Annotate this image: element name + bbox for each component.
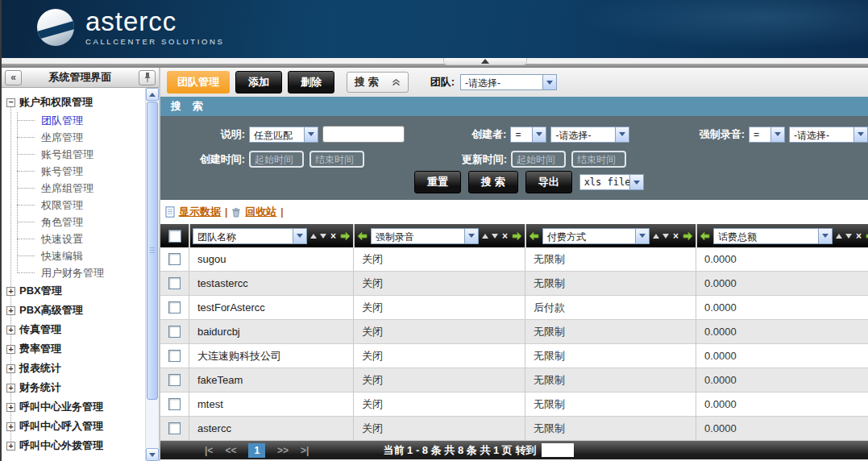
update-end-time-input[interactable] [571,151,626,168]
add-button[interactable]: 添加 [235,71,282,93]
goto-page-input[interactable] [542,443,574,457]
sidebar-item-agent-group-management[interactable]: 坐席组管理 [6,180,145,197]
move-column-right-icon[interactable] [340,231,351,241]
tree-expand-icon[interactable]: + [6,364,15,373]
scrollbar-thumb[interactable] [147,102,158,400]
tree-expand-icon[interactable]: + [6,403,15,412]
sidebar-group-finance-stats[interactable]: + 财务统计 [6,378,145,397]
sort-desc-icon[interactable] [492,234,498,239]
tree-expand-icon[interactable]: + [6,287,15,296]
sort-asc-icon[interactable] [482,234,488,239]
row-checkbox[interactable] [168,326,181,338]
recycle-bin-link[interactable]: 回收站 [245,205,276,219]
create-start-time-input[interactable] [249,151,304,168]
tree-collapse-icon[interactable]: − [6,98,15,107]
force-record-select[interactable]: -请选择- [789,127,868,143]
create-end-time-input[interactable] [309,151,364,168]
creator-operator-select[interactable]: = [510,127,546,143]
scrollbar-up-button[interactable] [146,88,159,101]
creator-select[interactable]: -请选择- [550,127,629,143]
team-filter-select[interactable]: -请选择- [460,74,557,90]
desc-input[interactable] [322,126,405,143]
move-column-right-icon[interactable] [683,231,693,241]
current-page-badge[interactable]: 1 [248,443,265,458]
sidebar-item-quick-setup[interactable]: 快速设置 [6,230,145,247]
sidebar-group-pbx-advanced[interactable]: + PBX高级管理 [6,301,145,320]
delete-button[interactable]: 删除 [288,71,334,93]
sidebar-group-report-stats[interactable]: + 报表统计 [6,359,145,378]
first-page-button[interactable]: |< [205,445,213,456]
module-tab-team-management[interactable]: 团队管理 [167,71,230,93]
sidebar-item-user-finance-management[interactable]: 用户财务管理 [6,264,145,281]
sort-desc-icon[interactable] [320,234,326,239]
scroll-down-icon [149,453,156,457]
row-checkbox[interactable] [168,422,181,434]
tree-expand-icon[interactable]: + [6,306,15,315]
remove-column-icon[interactable]: × [330,231,337,241]
move-column-left-icon[interactable] [700,231,710,241]
sidebar-item-team-management[interactable]: 团队管理 [6,112,145,129]
collapse-header-handle[interactable] [443,58,527,65]
export-format-select[interactable]: xls file [579,174,644,190]
sidebar-group-account-permission[interactable]: − 账户和权限管理 [6,93,145,112]
column-select[interactable]: 付费方式 [542,228,650,244]
sort-asc-icon[interactable] [310,234,317,239]
tree-expand-icon[interactable]: + [6,345,15,354]
scrollbar-track[interactable] [146,401,159,448]
app-window: astercc CALLCENTER SOLUTIONS « 系统管理界面 [0,0,868,461]
sidebar-group-pbx[interactable]: + PBX管理 [6,281,145,301]
remove-column-icon[interactable]: × [855,231,862,241]
row-checkbox[interactable] [168,301,181,314]
tree-expand-icon[interactable]: + [6,326,15,334]
move-column-left-icon[interactable] [529,231,539,241]
row-checkbox[interactable] [168,374,181,386]
sidebar-group-callcenter-outbound[interactable]: + 呼叫中心外拨管理 [6,436,145,455]
select-all-checkbox[interactable] [168,230,181,243]
sidebar-item-agent-management[interactable]: 坐席管理 [6,129,145,146]
prev-page-button[interactable]: << [225,445,236,456]
sort-desc-icon[interactable] [662,234,669,239]
row-checkbox[interactable] [168,277,181,289]
sidebar-item-account-group-management[interactable]: 账号组管理 [6,146,145,163]
show-data-link[interactable]: 显示数据 [179,205,221,219]
search-toggle-button[interactable]: 搜 索 [347,72,409,93]
cell-pay-type: 无限制 [525,392,696,416]
move-column-left-icon[interactable] [357,231,368,241]
sidebar-item-quick-edit[interactable]: 快速编辑 [6,247,145,264]
sort-asc-icon[interactable] [836,234,842,239]
last-page-button[interactable]: >| [301,445,309,456]
remove-column-icon[interactable]: × [501,231,509,241]
move-column-right-icon[interactable] [512,231,522,241]
force-record-operator-select[interactable]: = [749,127,785,143]
next-page-button[interactable]: >> [277,445,289,456]
row-checkbox[interactable] [168,253,181,265]
sort-desc-icon[interactable] [845,234,852,239]
tree-expand-icon[interactable]: + [6,442,15,451]
sidebar-group-fax[interactable]: + 传真管理 [6,320,145,339]
sort-asc-icon[interactable] [653,234,659,239]
sidebar-item-permission-management[interactable]: 权限管理 [6,197,145,214]
tree-expand-icon[interactable]: + [6,422,15,431]
column-select[interactable]: 团队名称 [193,228,307,244]
row-checkbox[interactable] [168,398,181,410]
reset-button[interactable]: 重置 [414,171,461,193]
remove-column-icon[interactable]: × [672,231,679,241]
sidebar-collapse-button[interactable]: « [5,70,22,85]
sidebar-group-callcenter-business[interactable]: + 呼叫中心业务管理 [6,397,145,417]
search-section-header[interactable]: 搜 索 [160,97,868,116]
scrollbar-down-button[interactable] [146,448,159,461]
sidebar-group-rate[interactable]: + 费率管理 [6,339,145,359]
search-button[interactable]: 搜 索 [468,171,518,193]
tree-expand-icon[interactable]: + [6,384,15,392]
row-checkbox[interactable] [168,350,181,362]
sidebar-pin-button[interactable] [139,70,156,85]
sidebar-group-callcenter-inbound[interactable]: + 呼叫中心呼入管理 [6,417,145,436]
sidebar-item-account-management[interactable]: 账号管理 [6,163,145,180]
column-select[interactable]: 话费总额 [713,228,833,244]
update-start-time-input[interactable] [511,151,566,168]
sidebar-item-role-management[interactable]: 角色管理 [6,214,145,230]
column-select[interactable]: 强制录音 [371,228,479,244]
sidebar-scrollbar[interactable] [145,88,159,461]
export-button[interactable]: 导出 [525,171,572,193]
match-mode-select[interactable]: 任意匹配 [249,127,318,143]
